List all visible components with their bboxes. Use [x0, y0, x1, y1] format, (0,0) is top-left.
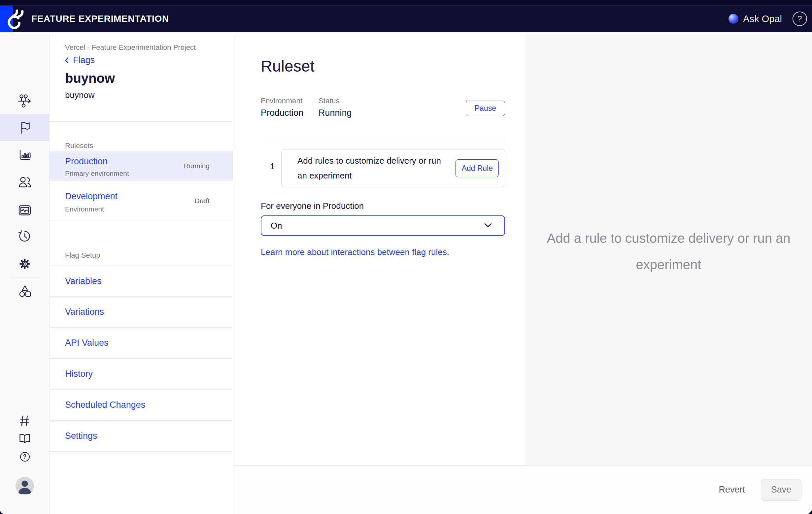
ask-opal-button[interactable]: Ask Opal — [743, 13, 782, 24]
docs-book-icon — [18, 431, 32, 446]
icon-rail: ? — [0, 32, 50, 514]
avatar-person-icon — [16, 477, 34, 495]
nav-item-settings[interactable]: Settings — [50, 421, 233, 452]
rail-item-flags[interactable] — [18, 120, 32, 134]
rule-number: 1 — [270, 161, 274, 172]
header-help-icon[interactable]: ? — [792, 11, 807, 26]
nav-divider — [50, 121, 233, 122]
environment-label: Environment — [261, 97, 302, 105]
nav-item-api-values[interactable]: API Values — [50, 328, 233, 359]
add-rule-button[interactable]: Add Rule — [456, 159, 499, 177]
rail-item-help[interactable]: ? — [18, 449, 32, 464]
environment-value: Production — [261, 108, 303, 118]
nav-item-variations[interactable]: Variations — [50, 297, 233, 328]
back-link-label: Flags — [73, 55, 95, 65]
rulesets-section-label: Rulesets — [65, 142, 93, 150]
app-header: FEATURE EXPERIMENTATION Ask Opal ? — [0, 6, 812, 32]
gear-icon — [18, 257, 32, 271]
flag-setup-section-label: Flag Setup — [65, 251, 100, 260]
nav-link-label[interactable]: Scheduled Changes — [65, 400, 145, 410]
ruleset-status-badge: Running — [184, 162, 210, 170]
default-rule-select[interactable]: On — [261, 215, 505, 236]
back-to-flags-link[interactable]: Flags — [64, 55, 95, 65]
optimizely-logo-icon[interactable] — [4, 8, 26, 30]
ruleset-name[interactable]: Production — [65, 156, 108, 167]
status-value: Running — [319, 108, 352, 118]
header-actions: Ask Opal ? — [728, 6, 807, 32]
nav-link-label[interactable]: History — [65, 369, 93, 379]
nav-link-label[interactable]: Variables — [65, 276, 102, 286]
nav-item-variables[interactable]: Variables — [50, 266, 233, 297]
rule-placeholder-box: Add rules to customize delivery or run a… — [281, 149, 505, 187]
bar-chart-icon — [18, 148, 32, 162]
page-title: Ruleset — [261, 57, 315, 75]
nav-link-label[interactable]: Variations — [65, 307, 104, 317]
rail-item-settings[interactable] — [18, 257, 32, 271]
hash-icon — [18, 414, 32, 428]
rail-divider — [10, 277, 39, 277]
rail-item-flow[interactable] — [18, 93, 32, 108]
history-icon — [18, 229, 32, 243]
flag-icon — [18, 120, 32, 134]
section-divider — [261, 138, 505, 138]
ruleset-status-badge: Draft — [195, 197, 210, 205]
rail-item-docs[interactable] — [18, 431, 32, 446]
nav-link-label[interactable]: API Values — [65, 338, 109, 348]
revert-button[interactable]: Revert — [719, 485, 745, 495]
rail-item-reports[interactable] — [18, 148, 32, 162]
chevron-down-icon — [484, 223, 492, 229]
empty-state-message: Add a rule to customize delivery or run … — [525, 225, 812, 278]
pause-button[interactable]: Pause — [466, 101, 505, 116]
rail-item-components[interactable] — [18, 284, 32, 299]
flag-name: buynow — [65, 71, 115, 86]
nav-item-history[interactable]: History — [50, 359, 233, 390]
ruleset-description: Primary environment — [65, 170, 129, 178]
learn-more-link[interactable]: Learn more about interactions between fl… — [261, 247, 449, 257]
rule-placeholder-text: Add rules to customize delivery or run a… — [297, 153, 453, 183]
action-footer: Revert Save — [233, 465, 812, 514]
ruleset-row-production[interactable]: Production Primary environment Running — [50, 151, 233, 181]
default-rule-value: On — [271, 221, 282, 231]
app-shell: ? Vercel - Feature Experimentation Proje… — [0, 32, 812, 514]
ruleset-editor-panel: Ruleset Environment Status Production Ru… — [233, 32, 525, 465]
rail-item-history[interactable] — [18, 229, 32, 243]
rail-item-events[interactable] — [18, 203, 32, 218]
audiences-icon — [18, 175, 32, 190]
help-icon: ? — [20, 452, 30, 461]
save-button[interactable]: Save — [761, 479, 802, 501]
ruleset-name[interactable]: Development — [65, 191, 117, 202]
ruleset-row-development[interactable]: Development Environment Draft — [50, 181, 233, 220]
chevron-left-icon — [64, 57, 69, 64]
nav-item-scheduled-changes[interactable]: Scheduled Changes — [50, 390, 233, 421]
project-label: Vercel - Feature Experimentation Project — [65, 43, 196, 52]
everyone-in-production-label: For everyone in Production — [261, 201, 364, 211]
events-monitor-icon — [18, 203, 32, 218]
nav-link-label[interactable]: Settings — [65, 431, 97, 441]
product-title: FEATURE EXPERIMENTATION — [31, 6, 169, 32]
top-strip — [0, 0, 812, 6]
shapes-icon — [18, 284, 32, 299]
flag-nav-panel: Vercel - Feature Experimentation Project… — [50, 32, 233, 514]
opal-orb-icon[interactable] — [728, 14, 738, 24]
app-root: FEATURE EXPERIMENTATION Ask Opal ? — [0, 0, 812, 514]
ruleset-description: Environment — [65, 205, 104, 213]
rule-detail-panel: Add a rule to customize delivery or run … — [525, 32, 812, 465]
user-avatar[interactable] — [16, 477, 34, 495]
flow-icon — [18, 93, 32, 108]
flag-key: buynow — [65, 90, 95, 100]
rail-item-audiences[interactable] — [18, 175, 32, 190]
rail-item-hash[interactable] — [18, 414, 32, 428]
status-label: Status — [319, 97, 340, 105]
